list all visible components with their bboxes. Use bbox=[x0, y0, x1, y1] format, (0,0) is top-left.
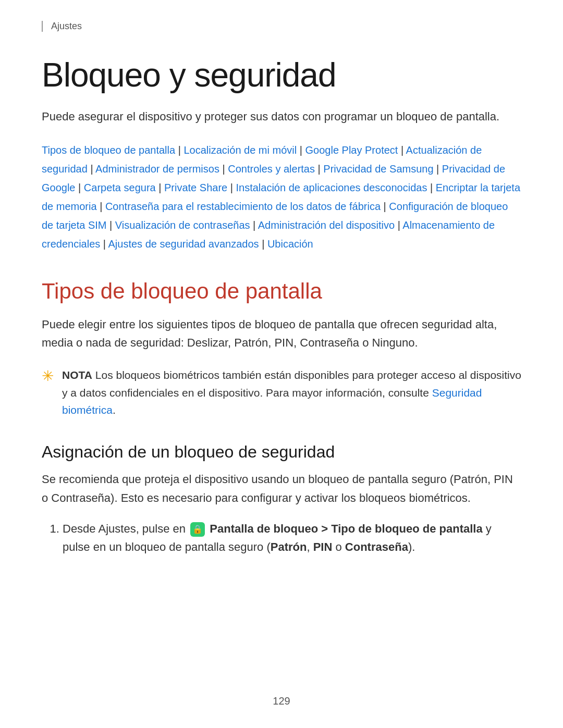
nav-links: Tipos de bloqueo de pantalla | Localizac… bbox=[42, 141, 521, 253]
step1-sep1: , bbox=[307, 540, 313, 553]
lock-screen-icon bbox=[190, 522, 205, 537]
nav-link-carpeta[interactable]: Carpeta segura bbox=[84, 182, 156, 193]
nav-link-administrador[interactable]: Administrador de permisos bbox=[95, 163, 219, 175]
nav-link-localizacion[interactable]: Localización de mi móvil bbox=[183, 144, 297, 156]
note-text: NOTA Los bloqueos biométricos también es… bbox=[62, 366, 521, 419]
step-1: Desde Ajustes, pulse en Pantalla de bloq… bbox=[63, 520, 521, 556]
nav-link-instalacion[interactable]: Instalación de aplicaciones desconocidas bbox=[236, 182, 427, 193]
step1-bold3: PIN bbox=[313, 540, 333, 553]
step1-prefix: Desde Ajustes, pulse en bbox=[63, 522, 189, 535]
note-label: NOTA bbox=[62, 369, 92, 381]
step1-end: ). bbox=[408, 540, 415, 553]
nav-link-contrasena-reset[interactable]: Contraseña para el restablecimiento de l… bbox=[105, 201, 381, 212]
section2-title: Asignación de un bloqueo de seguridad bbox=[42, 442, 521, 462]
nav-link-ajustes-avanzados[interactable]: Ajustes de seguridad avanzados bbox=[108, 238, 259, 250]
steps-list: Desde Ajustes, pulse en Pantalla de bloq… bbox=[63, 520, 521, 556]
note-end: . bbox=[113, 404, 116, 416]
section1-body: Puede elegir entre los siguientes tipos … bbox=[42, 315, 521, 352]
note-icon: ✳ bbox=[42, 367, 54, 385]
nav-link-tipos-bloqueo[interactable]: Tipos de bloqueo de pantalla bbox=[42, 144, 175, 156]
note-box: ✳ NOTA Los bloqueos biométricos también … bbox=[42, 366, 521, 419]
step1-bold1: Pantalla de bloqueo > Tipo de bloqueo de… bbox=[210, 522, 482, 535]
step1-bold2: Patrón bbox=[271, 540, 307, 553]
breadcrumb-text: Ajustes bbox=[51, 21, 82, 31]
section-tipos-bloqueo: Tipos de bloqueo de pantalla Puede elegi… bbox=[42, 278, 521, 419]
page-title: Bloqueo y seguridad bbox=[42, 57, 521, 93]
section2-body: Se recomienda que proteja el dispositivo… bbox=[42, 470, 521, 507]
nav-link-ubicacion[interactable]: Ubicación bbox=[267, 238, 313, 250]
page-number: 129 bbox=[273, 695, 290, 707]
section1-title: Tipos de bloqueo de pantalla bbox=[42, 278, 521, 304]
page-container: Ajustes Bloqueo y seguridad Puede asegur… bbox=[0, 0, 563, 728]
nav-link-privacidad-samsung[interactable]: Privacidad de Samsung bbox=[323, 163, 433, 175]
nav-link-admin-dispositivo[interactable]: Administración del dispositivo bbox=[258, 219, 395, 231]
nav-link-controles[interactable]: Controles y alertas bbox=[228, 163, 315, 175]
step1-bold4: Contraseña bbox=[345, 540, 408, 553]
nav-link-google-play[interactable]: Google Play Protect bbox=[305, 144, 398, 156]
section-asignacion: Asignación de un bloqueo de seguridad Se… bbox=[42, 442, 521, 556]
breadcrumb: Ajustes bbox=[42, 21, 521, 32]
nav-link-visualizacion[interactable]: Visualización de contraseñas bbox=[115, 219, 250, 231]
nav-link-private-share[interactable]: Private Share bbox=[164, 182, 227, 193]
step1-sep2: o bbox=[332, 540, 345, 553]
page-intro: Puede asegurar el dispositivo y proteger… bbox=[42, 108, 511, 125]
